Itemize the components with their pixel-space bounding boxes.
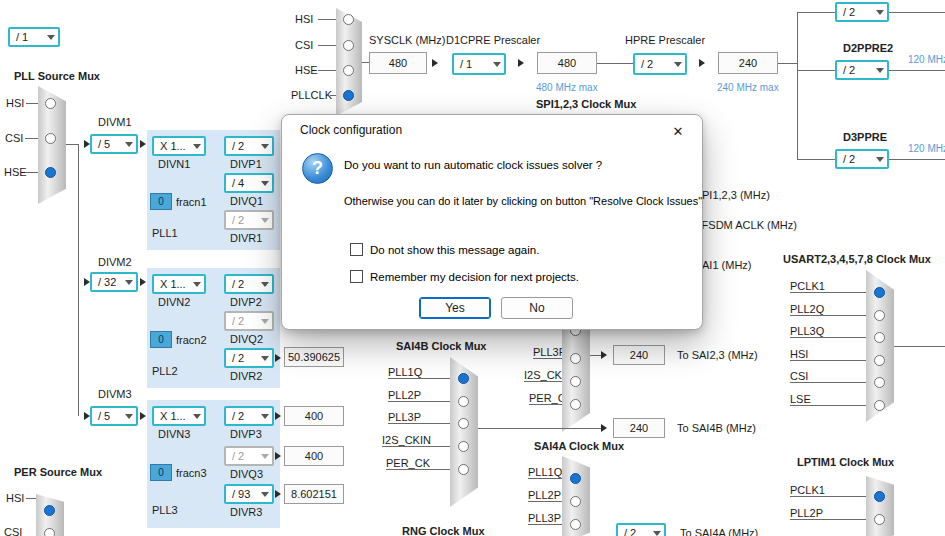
per-hsi-radio-selected[interactable] (44, 505, 55, 516)
d2ppre2-dropdown[interactable]: / 2 (835, 60, 889, 80)
prescaler-top-left-dropdown[interactable]: / 1 (8, 27, 60, 47)
divr2-dropdown[interactable]: / 2 (224, 348, 274, 368)
usart-hsi-radio[interactable] (874, 355, 885, 366)
sai4b-per-ck-radio[interactable] (458, 464, 469, 475)
divm3-dropdown[interactable]: / 5 (90, 406, 138, 426)
wire (26, 103, 38, 104)
pll2-mult-dropdown[interactable]: X 1... (152, 274, 206, 294)
per-csi-radio[interactable] (44, 528, 55, 536)
divq2-dropdown-disabled: / 2 (224, 311, 274, 331)
sai4b-pll3p-radio[interactable] (458, 418, 469, 429)
sai4a-pll3p-radio[interactable] (570, 519, 581, 530)
divq1-dropdown[interactable]: / 4 (224, 173, 274, 193)
pll-source-hsi-radio[interactable] (45, 98, 56, 109)
sysmux-pllclk-radio-selected[interactable] (343, 90, 354, 101)
pll-source-hse-radio-selected[interactable] (45, 167, 56, 178)
wire (26, 498, 36, 499)
dialog-submessage: Otherwise you can do it later by clickin… (344, 195, 702, 207)
usart-csi-label: CSI (790, 370, 808, 382)
sysmux-csi-radio[interactable] (343, 40, 354, 51)
usart-pclk1-radio-selected[interactable] (874, 287, 885, 298)
pll-source-hse-label: HSE (4, 166, 27, 178)
usart-pll3q-radio[interactable] (874, 332, 885, 343)
sysclk-value-field[interactable]: 480 (369, 52, 427, 74)
pll-source-csi-radio[interactable] (45, 133, 56, 144)
remember-decision-checkbox[interactable]: Remember my decision for next projects. (350, 270, 579, 283)
usart-csi-radio[interactable] (874, 377, 885, 388)
d1cpre-dropdown[interactable]: / 1 (452, 53, 506, 75)
divp3-label: DIVP3 (230, 428, 262, 440)
sai4a-pll2p-radio[interactable] (570, 496, 581, 507)
divr3-dropdown[interactable]: / 93 (224, 484, 274, 504)
fracn2-input[interactable]: 0 (150, 331, 172, 348)
sai4b-pll1q-label: PLL1Q (388, 366, 422, 378)
prescaler-top-right-dropdown[interactable]: / 2 (835, 2, 889, 22)
divm2-dropdown[interactable]: / 32 (90, 272, 138, 292)
checkbox-icon[interactable] (350, 243, 363, 256)
arrow-icon (601, 424, 607, 432)
usart-pll2q-radio[interactable] (874, 310, 885, 321)
sai23-radio-4[interactable] (570, 376, 581, 387)
hpre-dropdown[interactable]: / 2 (633, 53, 687, 75)
sai4a-pll1q-radio-selected[interactable] (570, 473, 581, 484)
divr1-label: DIVR1 (230, 232, 262, 244)
wire (790, 360, 866, 361)
sysmux-hse-radio[interactable] (343, 65, 354, 76)
divp3-dropdown[interactable]: / 2 (224, 406, 274, 426)
wire (597, 63, 633, 64)
sysmux-hsi-radio[interactable] (343, 14, 354, 25)
dialog-message: Do you want to run automatic clock issue… (344, 159, 602, 171)
pll3-mult-dropdown[interactable]: X 1... (152, 406, 206, 426)
chevron-down-icon (261, 218, 269, 223)
sai4b-pll2p-radio[interactable] (458, 396, 469, 407)
chevron-down-icon (125, 414, 133, 419)
usart-lse-radio[interactable] (874, 400, 885, 411)
divm2-label: DIVM2 (98, 256, 132, 268)
sysmux-hse-label: HSE (295, 64, 318, 76)
divr3-label: DIVR3 (230, 506, 262, 518)
divp2-dropdown[interactable]: / 2 (224, 274, 274, 294)
no-button[interactable]: No (501, 297, 573, 319)
close-icon[interactable]: ✕ (666, 120, 690, 142)
divq3-label: DIVQ3 (230, 468, 263, 480)
chevron-down-icon (261, 414, 269, 419)
wire (590, 355, 601, 356)
fracn1-input[interactable]: 0 (150, 193, 172, 210)
sai23-radio-3[interactable] (570, 353, 581, 364)
checkbox-icon[interactable] (350, 270, 363, 283)
wire (318, 45, 336, 46)
sai23-radio-5[interactable] (570, 399, 581, 410)
divq2-label: DIVQ2 (230, 333, 263, 345)
arrow-icon (140, 412, 146, 420)
arrow-icon (275, 490, 281, 498)
wire (528, 501, 562, 502)
sai4a-div-dropdown[interactable]: / 2 (616, 523, 666, 536)
fracn3-input[interactable]: 0 (150, 464, 172, 481)
sysmux-csi-label: CSI (295, 39, 313, 51)
sai4b-pll1q-radio-selected[interactable] (458, 373, 469, 384)
sai4b-i2s-ckin-radio[interactable] (458, 441, 469, 452)
pll-source-mux-title: PLL Source Mux (14, 70, 100, 82)
chevron-down-icon (653, 531, 661, 536)
sysmux-hsi-label: HSI (295, 13, 313, 25)
chevron-down-icon (493, 62, 501, 67)
wire (790, 292, 866, 293)
dont-show-again-checkbox[interactable]: Do not show this message again. (350, 243, 539, 256)
wire (533, 358, 562, 359)
d3ppre-dropdown[interactable]: / 2 (835, 149, 889, 169)
wire (790, 405, 866, 406)
usart-hsi-label: HSI (790, 348, 808, 360)
sai4b-pll2p-label: PLL2P (388, 389, 421, 401)
yes-button[interactable]: Yes (419, 297, 491, 319)
sai4b-output-label: To SAI4B (MHz) (677, 422, 756, 434)
divp1-dropdown[interactable]: / 2 (224, 136, 274, 156)
usart-lse-label: LSE (790, 393, 811, 405)
chevron-down-icon (261, 144, 269, 149)
sai23-output-label: To SAI2,3 (MHz) (677, 349, 758, 361)
wire (889, 159, 945, 160)
pll2-label: PLL2 (152, 365, 178, 377)
lptim1-pclk1-radio-selected[interactable] (874, 491, 885, 502)
lptim1-pll2p-radio[interactable] (874, 514, 885, 525)
divm1-dropdown[interactable]: / 5 (90, 134, 138, 154)
pll1-mult-dropdown[interactable]: X 1... (152, 136, 206, 156)
